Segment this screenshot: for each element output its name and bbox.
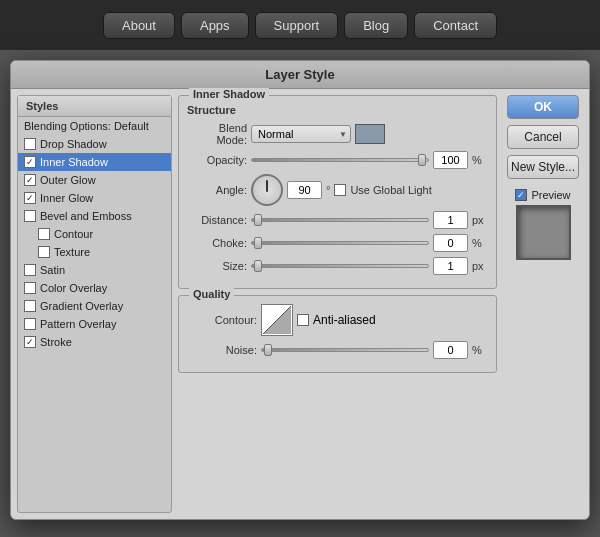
preview-checkbox[interactable] <box>515 189 527 201</box>
style-item-gradient-overlay[interactable]: Gradient Overlay <box>18 297 171 315</box>
style-item-inner-glow[interactable]: Inner Glow <box>18 189 171 207</box>
gradient-overlay-label: Gradient Overlay <box>40 300 123 312</box>
nav-about[interactable]: About <box>103 12 175 39</box>
noise-input[interactable] <box>433 341 468 359</box>
size-unit: px <box>472 260 488 272</box>
gradient-overlay-checkbox[interactable] <box>24 300 36 312</box>
styles-header: Styles <box>18 96 171 117</box>
inner-shadow-title: Inner Shadow <box>189 88 269 100</box>
distance-thumb[interactable] <box>254 214 262 226</box>
nav-contact[interactable]: Contact <box>414 12 497 39</box>
choke-input[interactable] <box>433 234 468 252</box>
style-item-stroke[interactable]: Stroke <box>18 333 171 351</box>
opacity-row: Opacity: % <box>187 151 488 169</box>
stroke-checkbox[interactable] <box>24 336 36 348</box>
style-item-texture[interactable]: Texture <box>18 243 171 261</box>
style-item-color-overlay[interactable]: Color Overlay <box>18 279 171 297</box>
blend-mode-label: Blend Mode: <box>187 122 247 146</box>
style-item-contour[interactable]: Contour <box>18 225 171 243</box>
style-item-blending[interactable]: Blending Options: Default <box>18 117 171 135</box>
size-input[interactable] <box>433 257 468 275</box>
choke-unit: % <box>472 237 488 249</box>
blend-mode-row: Blend Mode: Normal <box>187 122 488 146</box>
drop-shadow-checkbox[interactable] <box>24 138 36 150</box>
cancel-button[interactable]: Cancel <box>507 125 579 149</box>
opacity-thumb[interactable] <box>418 154 426 166</box>
color-overlay-label: Color Overlay <box>40 282 107 294</box>
opacity-slider[interactable] <box>251 158 429 162</box>
bevel-emboss-checkbox[interactable] <box>24 210 36 222</box>
blend-mode-select[interactable]: Normal <box>251 125 351 143</box>
contour-checkbox[interactable] <box>38 228 50 240</box>
anti-aliased-checkbox[interactable] <box>297 314 309 326</box>
ok-button[interactable]: OK <box>507 95 579 119</box>
contour-thumbnail[interactable] <box>261 304 293 336</box>
quality-section: Quality Contour: Anti-aliased <box>178 295 497 373</box>
quality-title: Quality <box>189 288 234 300</box>
blend-color-swatch[interactable] <box>355 124 385 144</box>
blending-label: Blending Options: Default <box>24 120 149 132</box>
preview-box <box>516 205 571 260</box>
inner-glow-checkbox[interactable] <box>24 192 36 204</box>
style-item-pattern-overlay[interactable]: Pattern Overlay <box>18 315 171 333</box>
style-item-bevel-emboss[interactable]: Bevel and Emboss <box>18 207 171 225</box>
size-slider[interactable] <box>251 264 429 268</box>
style-item-inner-shadow[interactable]: Inner Shadow <box>18 153 171 171</box>
size-thumb[interactable] <box>254 260 262 272</box>
choke-thumb[interactable] <box>254 237 262 249</box>
angle-row: Angle: ° Use Global Light <box>187 174 488 206</box>
drop-shadow-label: Drop Shadow <box>40 138 107 150</box>
dialog-body: Styles Blending Options: Default Drop Sh… <box>11 89 589 519</box>
stroke-label: Stroke <box>40 336 72 348</box>
noise-thumb[interactable] <box>264 344 272 356</box>
style-item-outer-glow[interactable]: Outer Glow <box>18 171 171 189</box>
size-row: Size: px <box>187 257 488 275</box>
noise-slider[interactable] <box>261 348 429 352</box>
global-light-checkbox[interactable] <box>334 184 346 196</box>
pattern-overlay-checkbox[interactable] <box>24 318 36 330</box>
distance-slider[interactable] <box>251 218 429 222</box>
choke-slider[interactable] <box>251 241 429 245</box>
color-overlay-checkbox[interactable] <box>24 282 36 294</box>
opacity-input[interactable] <box>433 151 468 169</box>
texture-checkbox[interactable] <box>38 246 50 258</box>
preview-section: Preview <box>515 189 570 260</box>
texture-label: Texture <box>54 246 90 258</box>
nav-apps[interactable]: Apps <box>181 12 249 39</box>
distance-label: Distance: <box>187 214 247 226</box>
structure-title: Structure <box>187 104 488 116</box>
degree-symbol: ° <box>326 184 330 196</box>
noise-row: Noise: % <box>187 341 488 359</box>
opacity-label: Opacity: <box>187 154 247 166</box>
top-nav: About Apps Support Blog Contact <box>0 0 600 50</box>
global-light-label: Use Global Light <box>350 184 431 196</box>
distance-unit: px <box>472 214 488 226</box>
angle-input[interactable] <box>287 181 322 199</box>
styles-panel: Styles Blending Options: Default Drop Sh… <box>17 95 172 513</box>
dialog-area: Layer Style Styles Blending Options: Def… <box>0 50 600 537</box>
blend-mode-wrapper: Normal <box>251 125 351 143</box>
style-item-drop-shadow[interactable]: Drop Shadow <box>18 135 171 153</box>
satin-checkbox[interactable] <box>24 264 36 276</box>
size-label: Size: <box>187 260 247 272</box>
pattern-overlay-label: Pattern Overlay <box>40 318 116 330</box>
right-panel: OK Cancel New Style... Preview <box>503 95 583 513</box>
inner-shadow-label: Inner Shadow <box>40 156 108 168</box>
noise-label: Noise: <box>187 344 257 356</box>
new-style-button[interactable]: New Style... <box>507 155 579 179</box>
layer-style-dialog: Layer Style Styles Blending Options: Def… <box>10 60 590 520</box>
outer-glow-checkbox[interactable] <box>24 174 36 186</box>
outer-glow-label: Outer Glow <box>40 174 96 186</box>
inner-glow-label: Inner Glow <box>40 192 93 204</box>
main-panel: Inner Shadow Structure Blend Mode: Norma… <box>178 95 497 513</box>
angle-dial[interactable] <box>251 174 283 206</box>
preview-label-row: Preview <box>515 189 570 201</box>
satin-label: Satin <box>40 264 65 276</box>
nav-blog[interactable]: Blog <box>344 12 408 39</box>
inner-shadow-checkbox[interactable] <box>24 156 36 168</box>
distance-input[interactable] <box>433 211 468 229</box>
style-item-satin[interactable]: Satin <box>18 261 171 279</box>
contour-row: Contour: Anti-aliased <box>187 304 488 336</box>
opacity-unit: % <box>472 154 488 166</box>
nav-support[interactable]: Support <box>255 12 339 39</box>
